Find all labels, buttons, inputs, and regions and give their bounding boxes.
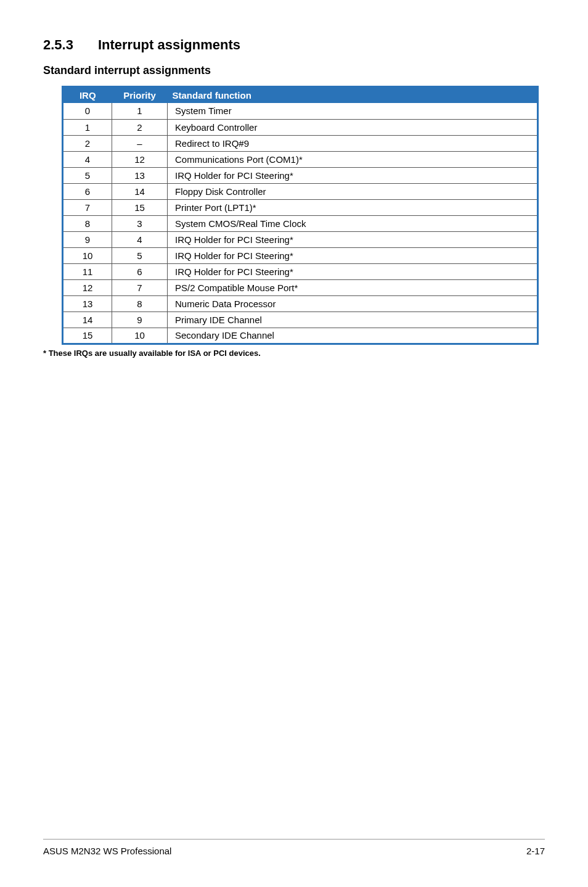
table-row: 138Numeric Data Processor [63,295,538,311]
cell-irq: 9 [63,231,112,247]
cell-priority: – [112,135,168,151]
cell-priority: 3 [112,215,168,231]
cell-function: Keyboard Controller [168,119,538,135]
page-footer: ASUS M2N32 WS Professional 2-17 [43,839,545,856]
table-row: 94IRQ Holder for PCI Steering* [63,231,538,247]
cell-irq: 6 [63,183,112,199]
table-row: 715Printer Port (LPT1)* [63,199,538,215]
cell-function: Floppy Disk Controller [168,183,538,199]
table-row: 12Keyboard Controller [63,119,538,135]
table-row: 83System CMOS/Real Time Clock [63,215,538,231]
header-function: Standard function [168,87,538,104]
cell-irq: 4 [63,151,112,167]
cell-irq: 1 [63,119,112,135]
cell-function: Printer Port (LPT1)* [168,199,538,215]
header-priority: Priority [112,87,168,104]
cell-function: Numeric Data Processor [168,295,538,311]
cell-function: IRQ Holder for PCI Steering* [168,231,538,247]
cell-function: IRQ Holder for PCI Steering* [168,247,538,263]
cell-irq: 7 [63,199,112,215]
cell-priority: 13 [112,167,168,183]
cell-function: Secondary IDE Channel [168,328,538,344]
cell-function: IRQ Holder for PCI Steering* [168,167,538,183]
table-row: 513IRQ Holder for PCI Steering* [63,167,538,183]
table-row: 1510Secondary IDE Channel [63,328,538,344]
section-title-text: Interrupt assignments [98,37,240,52]
irq-table: IRQ Priority Standard function 01System … [62,86,539,345]
cell-irq: 10 [63,247,112,263]
table-header-row: IRQ Priority Standard function [63,87,538,104]
cell-irq: 12 [63,279,112,295]
cell-function: IRQ Holder for PCI Steering* [168,263,538,279]
footnote: * These IRQs are usually available for I… [43,349,545,358]
cell-priority: 5 [112,247,168,263]
cell-function: System Timer [168,103,538,119]
table-row: 105IRQ Holder for PCI Steering* [63,247,538,263]
table-row: 149Primary IDE Channel [63,311,538,328]
cell-function: PS/2 Compatible Mouse Port* [168,279,538,295]
cell-irq: 11 [63,263,112,279]
cell-priority: 4 [112,231,168,247]
cell-irq: 2 [63,135,112,151]
table-row: 01System Timer [63,103,538,119]
cell-function: System CMOS/Real Time Clock [168,215,538,231]
table-row: 127PS/2 Compatible Mouse Port* [63,279,538,295]
cell-function: Redirect to IRQ#9 [168,135,538,151]
cell-irq: 13 [63,295,112,311]
cell-function: Communications Port (COM1)* [168,151,538,167]
cell-priority: 10 [112,328,168,344]
cell-irq: 8 [63,215,112,231]
cell-function: Primary IDE Channel [168,311,538,328]
cell-priority: 7 [112,279,168,295]
section-heading: 2.5.3Interrupt assignments [43,37,545,53]
cell-priority: 12 [112,151,168,167]
cell-irq: 15 [63,328,112,344]
cell-irq: 5 [63,167,112,183]
cell-priority: 9 [112,311,168,328]
footer-right: 2-17 [526,846,545,856]
subheading: Standard interrupt assignments [43,64,545,77]
cell-priority: 8 [112,295,168,311]
table-row: 116IRQ Holder for PCI Steering* [63,263,538,279]
header-irq: IRQ [63,87,112,104]
cell-priority: 6 [112,263,168,279]
footer-left: ASUS M2N32 WS Professional [43,846,171,856]
cell-priority: 1 [112,103,168,119]
table-row: 614Floppy Disk Controller [63,183,538,199]
cell-priority: 15 [112,199,168,215]
cell-irq: 0 [63,103,112,119]
table-row: 412Communications Port (COM1)* [63,151,538,167]
cell-irq: 14 [63,311,112,328]
table-row: 2–Redirect to IRQ#9 [63,135,538,151]
cell-priority: 14 [112,183,168,199]
section-number: 2.5.3 [43,37,73,53]
cell-priority: 2 [112,119,168,135]
